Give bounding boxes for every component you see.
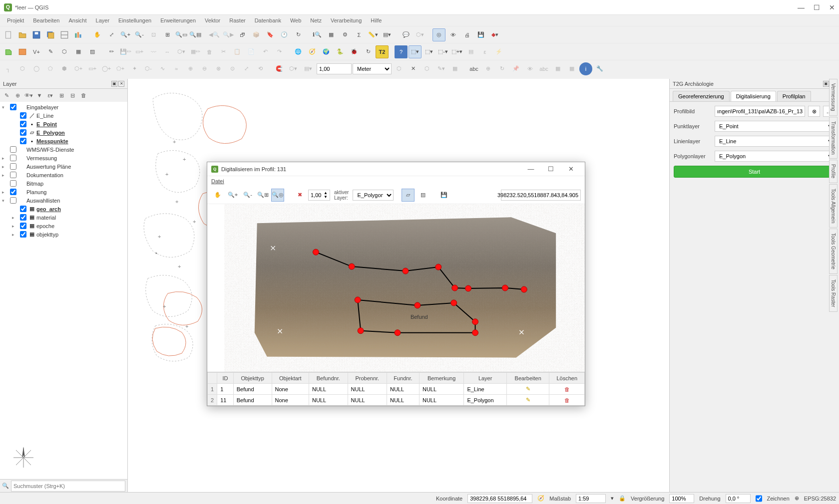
- new-shapefile-button[interactable]: V+: [30, 45, 43, 58]
- layer-row-e-point[interactable]: •E_Point: [0, 120, 127, 128]
- epsg-button[interactable]: EPSG:25832: [804, 496, 836, 502]
- new-project-button[interactable]: [2, 28, 15, 41]
- layer-tree[interactable]: ▾Eingabelayer／E_Line•E_Point▱E_Polygon•M…: [0, 102, 127, 439]
- statistics-button[interactable]: Σ: [353, 28, 366, 41]
- active-layer-select[interactable]: E_Polygon: [353, 190, 394, 201]
- dialog-maximize[interactable]: ☐: [541, 162, 561, 176]
- layer-row-auswahllisten[interactable]: ▾Auswahllisten: [0, 196, 127, 205]
- layer-filter-button[interactable]: ▼: [35, 91, 44, 100]
- window-close[interactable]: ✕: [829, 3, 835, 11]
- menu-vektor[interactable]: Vektor: [201, 16, 224, 24]
- tab-profilplan[interactable]: Profilplan: [777, 91, 811, 101]
- layer-row-bitmap[interactable]: Bitmap: [0, 179, 127, 188]
- locator-input[interactable]: [11, 481, 125, 492]
- deselect-button[interactable]: ⬚-▾: [436, 45, 449, 58]
- dialog-draw-polygon-button[interactable]: ▱: [402, 189, 415, 202]
- layer-row-vermessung[interactable]: ▸Vermessung: [0, 154, 127, 162]
- dialog-delete-button[interactable]: ✖: [293, 189, 306, 202]
- layer-row-messpunkte[interactable]: •Messpunkte: [0, 137, 127, 145]
- new-memory-button[interactable]: ▦: [72, 45, 85, 58]
- tab-digitalisierung[interactable]: Digitalisierung: [731, 91, 776, 101]
- menu-ansicht[interactable]: Ansicht: [64, 16, 90, 24]
- vtab-tools-raster[interactable]: Tools Raster: [829, 275, 838, 312]
- panel-float-button[interactable]: ▣: [111, 81, 117, 87]
- layer-row-material[interactable]: ▸▦material: [0, 213, 127, 222]
- snap-tolerance-input[interactable]: [317, 63, 352, 74]
- layer-visibility-button[interactable]: 👁▾: [24, 91, 33, 100]
- layer-checkbox[interactable]: [10, 172, 16, 178]
- pan-to-selection-button[interactable]: ⤢: [105, 28, 118, 41]
- dialog-spin-input[interactable]: 1,00▲▼: [308, 190, 330, 201]
- vtab-transformation[interactable]: Transformation: [829, 117, 838, 159]
- window-maximize[interactable]: ☐: [814, 3, 820, 11]
- pan-button[interactable]: ✋: [91, 28, 104, 41]
- open-project-button[interactable]: [16, 28, 29, 41]
- polygonlayer-select[interactable]: E_Polygon: [715, 151, 835, 162]
- layer-row-wms-wfs-dienste[interactable]: WMS/WFS-Dienste: [0, 145, 127, 154]
- vtab-profile[interactable]: Profile: [829, 160, 838, 183]
- layer-checkbox[interactable]: [10, 146, 16, 153]
- zoom-selection-button[interactable]: 🔍▭: [175, 28, 188, 41]
- measure-button[interactable]: 📏▾: [367, 28, 380, 41]
- select-by-value-button[interactable]: ⬚▾: [422, 45, 435, 58]
- menu-einstellungen[interactable]: Einstellungen: [114, 16, 155, 24]
- save-project-button[interactable]: [30, 28, 43, 41]
- right-panel-float-button[interactable]: ▣: [823, 81, 829, 87]
- layer-row-e-polygon[interactable]: ▱E_Polygon: [0, 128, 127, 137]
- zoom-layer-button[interactable]: 🔍▤: [189, 28, 202, 41]
- export-button[interactable]: 💾: [474, 28, 487, 41]
- layer-checkbox[interactable]: [10, 197, 16, 204]
- layer-checkbox[interactable]: [20, 223, 26, 229]
- edit-row-button[interactable]: ✎: [506, 395, 549, 406]
- dialog-close[interactable]: ✕: [561, 162, 581, 176]
- dialog-canvas[interactable]: Befund: [207, 204, 585, 372]
- select-all-button[interactable]: ⬚+▾: [450, 45, 463, 58]
- refresh-button[interactable]: ↻: [292, 28, 305, 41]
- layer-checkbox[interactable]: [20, 129, 26, 136]
- table-row[interactable]: 11BefundNoneNULLNULLNULLNULLE_Line✎🗑: [208, 384, 585, 395]
- zoom-in-button[interactable]: 🔍+: [119, 28, 132, 41]
- field-calculator-button[interactable]: ⚙: [339, 28, 352, 41]
- measure-area-button[interactable]: ▤▾: [381, 28, 394, 41]
- layer-collapse-button[interactable]: ⊟: [68, 91, 77, 100]
- crs-icon[interactable]: ⊕: [795, 495, 799, 502]
- vtab-tools-geometrie[interactable]: Tools Geometrie: [829, 229, 838, 274]
- snapping-button[interactable]: 🧲: [273, 62, 286, 75]
- layer-row-geo-arch[interactable]: ▦geo_arch: [0, 205, 127, 213]
- layout-manager-button[interactable]: [58, 28, 71, 41]
- dialog-menu-datei[interactable]: Datei: [211, 178, 224, 184]
- zeichnen-checkbox[interactable]: [756, 494, 762, 503]
- layer-checkbox[interactable]: [20, 214, 26, 221]
- menu-web[interactable]: Web: [286, 16, 305, 24]
- zoom-out-button[interactable]: 🔍-: [133, 28, 146, 41]
- linienlayer-select[interactable]: E_Line: [715, 136, 835, 147]
- profilbild-clear-button[interactable]: ⊗: [808, 106, 820, 117]
- layer-style-button[interactable]: ✎: [2, 91, 11, 100]
- dialog-zoom-native-button[interactable]: 🔍◎: [271, 189, 284, 202]
- layer-row-objekttyp[interactable]: ▸▦objekttyp: [0, 230, 127, 239]
- vtab-tools-allgemein[interactable]: Tools Allgemein: [829, 184, 838, 228]
- help-button[interactable]: ?: [395, 45, 408, 58]
- layer-checkbox[interactable]: [10, 155, 16, 161]
- preview-button[interactable]: 👁: [446, 28, 459, 41]
- menu-bearbeiten[interactable]: Bearbeiten: [29, 16, 63, 24]
- layer-checkbox[interactable]: [20, 206, 26, 212]
- lock-icon[interactable]: 🔒: [619, 495, 626, 502]
- menu-netz[interactable]: Netz: [306, 16, 326, 24]
- layer-row-epoche[interactable]: ▸▦epoche: [0, 222, 127, 230]
- massstab-input[interactable]: [576, 494, 606, 503]
- vergroesserung-input[interactable]: [669, 494, 694, 503]
- new-virtual-button[interactable]: ⬡: [58, 45, 71, 58]
- tools-button[interactable]: 🔧: [593, 62, 606, 75]
- dialog-zoom-full-button[interactable]: 🔍⊞: [256, 189, 269, 202]
- new-mesh-button[interactable]: ▨: [86, 45, 99, 58]
- temporal-button[interactable]: 🕐: [278, 28, 291, 41]
- koordinate-input[interactable]: [467, 494, 532, 503]
- layer-row-e-line[interactable]: ／E_Line: [0, 111, 127, 120]
- reload-button[interactable]: ↻: [362, 45, 375, 58]
- plugin-3-button[interactable]: 🌍: [320, 45, 333, 58]
- layer-row-auswertung-pl-ne[interactable]: ▸Auswertung Pläne: [0, 162, 127, 171]
- layer-row-planung[interactable]: ▸Planung: [0, 188, 127, 196]
- layer-add-group-button[interactable]: ⊕: [13, 91, 22, 100]
- edit-row-button[interactable]: ✎: [506, 384, 549, 395]
